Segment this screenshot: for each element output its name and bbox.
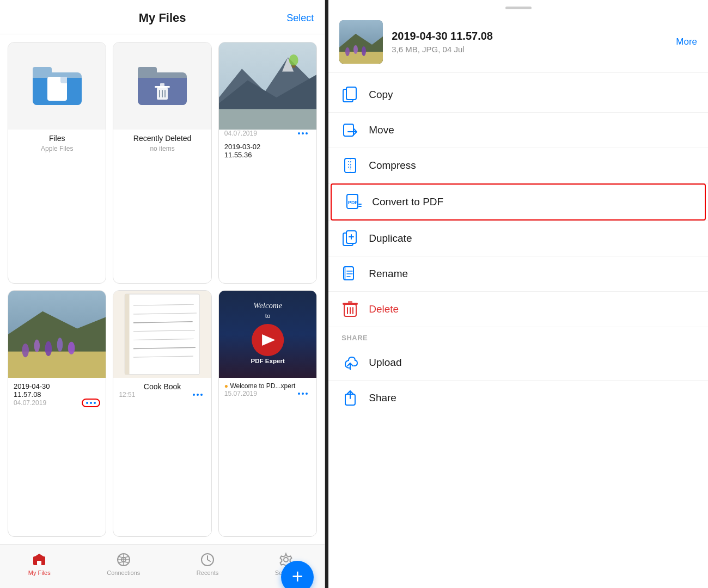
left-panel: My Files Select Files Apple Files <box>0 0 325 588</box>
svg-rect-3 <box>159 90 160 97</box>
menu-item-copy[interactable]: Copy <box>328 77 708 112</box>
svg-rect-9 <box>219 109 316 130</box>
nav-label-my-files: My Files <box>28 569 51 576</box>
more-button[interactable]: More <box>676 36 697 47</box>
menu-item-share[interactable]: Share <box>328 381 708 415</box>
file-card-info-photo2: 2019-04-3011.57.08 <box>8 378 106 399</box>
file-card-photo2[interactable]: 2019-04-3011.57.08 04.07.2019 <box>8 290 106 537</box>
file-name-photo1: 2019-03-0211.55.36 <box>224 143 311 159</box>
move-icon <box>341 121 359 139</box>
file-card-recently-deleted[interactable]: Recently Deleted no items <box>113 42 211 284</box>
menu-item-upload[interactable]: Upload <box>328 345 708 380</box>
file-name-deleted: Recently Deleted <box>119 134 205 143</box>
file-name-cookbook: Cook Book <box>119 382 205 391</box>
file-card-cookbook[interactable]: Cook Book 12:51 <box>113 290 211 537</box>
svg-point-19 <box>57 338 63 351</box>
file-card-info-files: Files Apple Files <box>8 130 106 158</box>
svg-rect-12 <box>292 65 295 68</box>
nav-label-recents: Recents <box>197 569 218 576</box>
delete-icon <box>341 301 359 318</box>
file-name-files: Files <box>14 134 100 143</box>
rename-icon <box>341 265 359 283</box>
dots-button-pdfexpert[interactable] <box>295 390 311 397</box>
file-name-photo2: 2019-04-3011.57.08 <box>14 382 100 399</box>
file-card-photo1[interactable]: 04.07.2019 2019-03-0211.55.36 <box>218 42 317 284</box>
copy-icon <box>341 86 359 103</box>
svg-line-46 <box>207 560 210 561</box>
folder-blue-icon <box>33 67 82 105</box>
file-card-info-photo1: 2019-03-0211.55.36 <box>219 143 316 159</box>
file-thumb-recently-deleted <box>113 42 211 130</box>
file-date-photo1: 04.07.2019 <box>224 130 257 137</box>
copy-label: Copy <box>369 89 393 101</box>
menu-item-delete[interactable]: Delete <box>328 292 708 327</box>
svg-rect-23 <box>125 294 130 375</box>
dots-button-cookbook[interactable] <box>190 391 206 398</box>
nav-item-recents[interactable]: Recents <box>197 552 218 576</box>
nav-item-my-files[interactable]: My Files <box>28 552 51 576</box>
menu-item-duplicate[interactable]: Duplicate <box>328 221 708 256</box>
nav-item-connections[interactable]: Connections <box>107 552 140 576</box>
file-date-photo2: 04.07.2019 <box>14 399 46 407</box>
file-thumb-photo1 <box>219 42 316 130</box>
menu-item-move[interactable]: Move <box>328 113 708 148</box>
svg-text:to: to <box>265 312 271 319</box>
right-panel: 2019-04-30 11.57.08 3,6 MB, JPG, 04 Jul … <box>328 0 708 588</box>
svg-rect-55 <box>346 87 356 100</box>
file-thumb-photo2 <box>8 291 106 378</box>
file-meta-info: 3,6 MB, JPG, 04 Jul <box>392 45 667 54</box>
svg-rect-39 <box>37 561 41 565</box>
nav-label-connections: Connections <box>107 569 140 576</box>
upload-label: Upload <box>369 357 401 369</box>
convert-pdf-label: Convert to PDF <box>372 196 443 208</box>
connections-icon <box>116 552 131 567</box>
actions-menu: Copy Move <box>328 73 708 420</box>
compress-icon <box>341 157 359 174</box>
recents-icon <box>200 552 215 567</box>
select-button[interactable]: Select <box>286 13 314 24</box>
svg-rect-76 <box>348 301 352 303</box>
file-header: 2019-04-30 11.57.08 3,6 MB, JPG, 04 Jul … <box>328 14 708 72</box>
svg-point-52 <box>353 45 358 54</box>
svg-point-18 <box>45 341 52 356</box>
svg-text:PDF: PDF <box>348 200 358 205</box>
file-card-bottom-photo2: 04.07.2019 <box>8 399 106 413</box>
my-files-icon <box>32 552 47 567</box>
file-card-bottom-photo1: 04.07.2019 <box>219 130 316 143</box>
svg-text:PDF Expert: PDF Expert <box>251 357 285 364</box>
move-label: Move <box>369 124 394 136</box>
svg-point-11 <box>289 54 298 66</box>
dots-button-photo1[interactable] <box>295 130 311 137</box>
duplicate-label: Duplicate <box>369 232 412 244</box>
file-card-bottom-cookbook: 12:51 <box>113 391 211 404</box>
svg-point-16 <box>22 343 29 357</box>
svg-rect-15 <box>8 351 106 377</box>
file-date-cookbook: 12:51 <box>119 391 135 399</box>
convert-pdf-icon: PDF <box>345 193 362 211</box>
share-icon <box>341 389 359 407</box>
fab-plus-icon: + <box>292 567 303 586</box>
svg-rect-2 <box>160 83 164 87</box>
svg-rect-70 <box>344 267 346 280</box>
menu-item-rename[interactable]: Rename <box>328 256 708 291</box>
file-sub-files: Apple Files <box>14 145 100 152</box>
file-meta: 2019-04-30 11.57.08 3,6 MB, JPG, 04 Jul <box>392 30 667 54</box>
file-thumb-files <box>8 42 106 130</box>
svg-point-20 <box>68 341 75 354</box>
share-label: Share <box>369 392 396 404</box>
svg-rect-4 <box>162 90 163 97</box>
menu-item-compress[interactable]: Compress <box>328 148 708 183</box>
file-card-pdfexpert[interactable]: Welcome to PDF Expert ● Welcome to PD...… <box>218 290 317 537</box>
dots-button-photo2-highlighted[interactable] <box>82 399 100 407</box>
file-card-files[interactable]: Files Apple Files <box>8 42 106 284</box>
handle-bar <box>505 7 532 9</box>
duplicate-icon <box>341 230 359 247</box>
compress-label: Compress <box>369 160 416 171</box>
upload-icon <box>341 354 359 371</box>
menu-item-convert-to-pdf[interactable]: PDF Convert to PDF <box>331 183 706 220</box>
svg-point-51 <box>345 47 350 56</box>
svg-point-17 <box>34 339 40 352</box>
file-card-info-pdfexpert: ● Welcome to PD...xpert <box>219 378 316 390</box>
folder-trash-icon <box>138 67 187 105</box>
svg-point-47 <box>284 558 288 562</box>
